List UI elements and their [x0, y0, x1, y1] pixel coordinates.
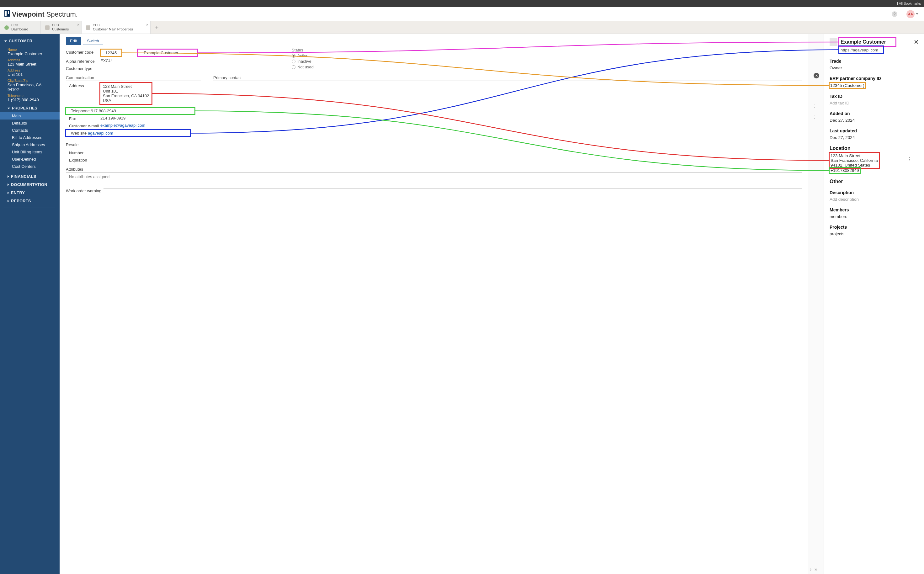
radio-inactive[interactable]: Inactive	[292, 59, 314, 64]
user-menu[interactable]: AA	[907, 10, 918, 18]
description-placeholder[interactable]: Add description	[829, 197, 918, 202]
radio-icon	[292, 60, 295, 63]
location-phone: +19178082949	[829, 168, 860, 173]
sidebar-item-entry[interactable]: ENTRY	[0, 189, 60, 197]
add-tab-button[interactable]: +	[151, 21, 163, 33]
tab-dashboard[interactable]: CCDDashboard	[0, 21, 41, 33]
avatar: AA	[907, 10, 915, 18]
tab-icon	[86, 25, 90, 30]
sidebar-item-defaults[interactable]: Defaults	[0, 120, 60, 127]
nav-last-icon[interactable]: »	[815, 566, 817, 572]
tab-icon	[45, 25, 50, 30]
location-line-2: San Francisco, California	[831, 158, 878, 163]
website-link[interactable]: agaveapi.com	[88, 131, 113, 136]
label-customer-type: Customer type	[66, 66, 100, 71]
sidebar-item-reports[interactable]: REPORTS	[0, 197, 60, 205]
label-description: Description	[829, 190, 918, 195]
sidebar: CUSTOMER Name Example Customer Address 1…	[0, 34, 60, 574]
location-line-1: 123 Main Street	[831, 153, 878, 158]
tax-id-placeholder[interactable]: Add tax ID	[829, 101, 918, 106]
section-communication: Communication	[66, 75, 201, 81]
label-location: Location	[829, 145, 918, 151]
help-icon[interactable]: ?	[892, 11, 897, 17]
right-panel: ✕ Example Customer https://agaveapi.com …	[824, 34, 924, 574]
label-address: Address	[8, 58, 52, 62]
customer-code-value: 12345	[100, 49, 122, 57]
label-customer-code: Customer code	[66, 49, 100, 55]
attributes-value: No attributes assigned	[66, 174, 109, 179]
switch-button[interactable]: Switch	[83, 37, 103, 45]
customer-csz: San Francisco, CA 94102	[8, 82, 52, 92]
kebab-icon[interactable]: ⋮	[812, 103, 817, 109]
label-alpha: Alpha reference	[66, 58, 100, 64]
label-telephone: Telephone	[8, 94, 52, 98]
customer-address-2: Unit 101	[8, 72, 52, 77]
address-block: 123 Main Street Unit 101 San Francisco, …	[100, 83, 151, 104]
status-group: Status Active Inactive Not used	[292, 48, 314, 70]
close-icon[interactable]: ×	[146, 22, 148, 27]
fax-value: 214 199-3919	[100, 116, 125, 120]
kebab-icon[interactable]: ⋮	[907, 156, 912, 162]
close-icon[interactable]: ×	[77, 22, 79, 27]
label-name: Name	[8, 48, 52, 52]
close-icon[interactable]: ✕	[914, 38, 919, 46]
label-telephone: Telephone	[68, 108, 90, 113]
sidebar-item-unit-billing[interactable]: Unit Billing Items	[0, 148, 60, 156]
tab-customers[interactable]: CCDCustomers ×	[41, 21, 82, 33]
radio-icon	[292, 54, 295, 58]
sidebar-item-main[interactable]: Main	[0, 112, 60, 120]
label-projects: Projects	[829, 225, 918, 230]
kebab-icon[interactable]: ⋮	[812, 114, 817, 120]
label-tax-id: Tax ID	[829, 94, 918, 99]
label-added-on: Added on	[829, 111, 918, 116]
last-updated-value: Dec 27, 2024	[829, 135, 918, 140]
label-resale-exp: Expiration	[66, 157, 100, 162]
label-erp: ERP partner company ID	[829, 76, 918, 81]
browser-bookmark-bar: All Bookmarks	[0, 0, 924, 7]
all-bookmarks-button[interactable]: All Bookmarks	[894, 2, 921, 5]
added-on-value: Dec 27, 2024	[829, 118, 918, 123]
sidebar-item-contacts[interactable]: Contacts	[0, 127, 60, 134]
alpha-value: EXCU	[100, 58, 112, 63]
radio-active[interactable]: Active	[292, 53, 314, 58]
nav-next-icon[interactable]: ›	[810, 566, 811, 572]
sidebar-section-customer[interactable]: CUSTOMER	[0, 37, 60, 45]
tab-customer-main-properties[interactable]: CCDCustomer Main Properties ×	[82, 21, 151, 33]
brand-logo: Viewpoint Spectrum.	[5, 10, 78, 19]
panel-url[interactable]: https://agaveapi.com	[840, 48, 878, 52]
label-other: Other	[829, 179, 918, 184]
location-line-3: 94102, United States	[831, 163, 878, 167]
gap-column: ✕ ⋮ ⋮	[808, 34, 824, 574]
label-trade: Trade	[829, 59, 918, 64]
erp-value: 12345 (Customer)	[829, 83, 865, 88]
sidebar-item-user-defined[interactable]: User-Defined	[0, 156, 60, 163]
label-members: Members	[829, 207, 918, 212]
section-primary-contact: Primary contact	[213, 75, 802, 81]
label-last-updated: Last updated	[829, 128, 918, 133]
tab-strip: CCDDashboard CCDCustomers × CCDCustomer …	[0, 21, 924, 34]
radio-not-used[interactable]: Not used	[292, 65, 314, 69]
sidebar-properties-header[interactable]: PROPERTIES	[0, 104, 60, 112]
panel-title: Example Customer	[840, 39, 886, 45]
sidebar-item-billto[interactable]: Bill-to Addresses	[0, 134, 60, 141]
radio-icon	[292, 65, 295, 69]
brand-word-1: Viewpoint	[12, 10, 44, 18]
main-content: Edit Switch Customer code 12345 Example …	[60, 34, 808, 574]
edit-button[interactable]: Edit	[66, 37, 81, 45]
sidebar-item-documentation[interactable]: DOCUMENTATION	[0, 181, 60, 189]
sidebar-item-cost-centers[interactable]: Cost Centers	[0, 163, 60, 170]
bottom-nav: › »	[810, 566, 817, 572]
label-address: Address	[66, 83, 100, 88]
brand-word-2: Spectrum.	[46, 10, 78, 18]
sidebar-item-shipto[interactable]: Ship-to Addresses	[0, 141, 60, 148]
sidebar-item-financials[interactable]: FINANCIALS	[0, 172, 60, 181]
folder-icon	[894, 2, 898, 5]
logo-icon	[5, 10, 10, 17]
clear-icon[interactable]: ✕	[814, 73, 819, 79]
building-icon	[829, 38, 837, 46]
email-link[interactable]: example@agaveapi.com	[100, 123, 145, 128]
customer-name: Example Customer	[8, 52, 52, 56]
app-header: Viewpoint Spectrum. ? AA	[0, 7, 924, 21]
customer-tel: 1 (917) 808-2949	[8, 98, 52, 102]
telephone-value: 917 808-2949	[91, 109, 116, 113]
